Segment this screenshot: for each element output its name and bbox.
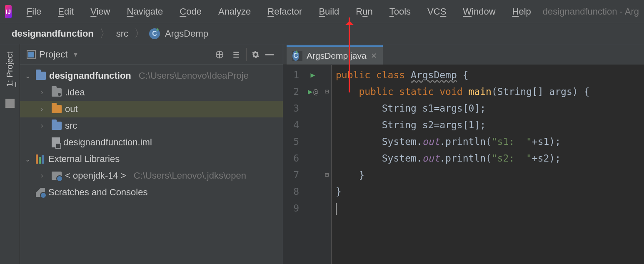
tree-out[interactable]: › out (20, 101, 283, 117)
menu-analyze[interactable]: Analyze (213, 4, 256, 20)
chevron-right-icon: › (41, 122, 48, 130)
structure-tool-icon[interactable] (5, 99, 15, 108)
svg-rect-4 (233, 54, 239, 55)
source-folder-icon (52, 122, 62, 130)
menu-code[interactable]: Code (175, 4, 207, 20)
close-tab-icon[interactable]: ✕ (371, 51, 377, 60)
class-icon: C (292, 51, 299, 61)
svg-rect-6 (265, 54, 274, 55)
app-logo-icon: IJ (5, 5, 12, 18)
scratches-icon (36, 188, 45, 197)
libraries-icon (36, 154, 45, 164)
breadcrumb-class[interactable]: ArgsDemp (163, 28, 210, 39)
editor-tab-bar: C ArgsDemp.java ✕ (283, 44, 644, 65)
chevron-right-icon: › (41, 172, 48, 179)
hide-panel-icon[interactable] (263, 48, 276, 61)
window-title: designandfunction - Arg (543, 6, 639, 17)
project-panel: Project ▼ ⌄ designandfunction C:\Us (20, 44, 283, 264)
tree-external-libraries[interactable]: ⌄ External Libraries (20, 151, 283, 167)
menu-bar: IJ FileEditViewNavigateCodeAnalyzeRefact… (0, 0, 644, 23)
project-icon (27, 50, 36, 59)
menu-file[interactable]: File (22, 4, 46, 20)
class-icon: C (149, 28, 160, 39)
chevron-right-icon: › (41, 105, 48, 113)
breadcrumb-src[interactable]: src (115, 28, 130, 39)
chevron-down-icon: ▼ (72, 51, 78, 58)
excluded-folder-icon (52, 105, 62, 113)
tree-scratches[interactable]: Scratches and Consoles (20, 184, 283, 201)
expand-all-icon[interactable] (230, 48, 243, 61)
editor-area: C ArgsDemp.java ✕ 123456789 ▶▶@ ⊟⊟ publi… (283, 44, 644, 264)
project-tool-tab[interactable]: 1: Project (5, 52, 15, 87)
breadcrumb: designandfunction 〉 src 〉 C ArgsDemp (0, 23, 644, 44)
menu-tools[interactable]: Tools (384, 4, 416, 20)
menu-vcs[interactable]: VCS (422, 4, 451, 20)
module-folder-icon (36, 72, 46, 80)
jdk-icon (52, 172, 62, 180)
menu-navigate[interactable]: Navigate (122, 4, 168, 20)
left-tool-strip: 1: Project (0, 44, 20, 264)
chevron-right-icon: › (41, 89, 48, 96)
line-number-gutter: 123456789 (283, 65, 303, 264)
run-gutter: ▶▶@ (303, 65, 322, 264)
chevron-down-icon: ⌄ (25, 155, 32, 163)
menu-window[interactable]: Window (458, 4, 500, 20)
select-opened-file-icon[interactable] (213, 48, 226, 61)
svg-rect-3 (233, 52, 239, 53)
menu-refactor[interactable]: Refactor (262, 4, 307, 20)
menu-edit[interactable]: Edit (53, 4, 79, 20)
folder-icon (52, 88, 62, 97)
tree-src[interactable]: › src (20, 117, 283, 134)
tree-root[interactable]: ⌄ designandfunction C:\Users\Lenovo\Idea… (20, 67, 283, 84)
fold-gutter: ⊟⊟ (322, 65, 332, 264)
tree-idea[interactable]: › .idea (20, 84, 283, 101)
code-editor[interactable]: 123456789 ▶▶@ ⊟⊟ public class ArgsDemp {… (283, 65, 644, 264)
iml-file-icon (52, 137, 60, 147)
tab-filename: ArgsDemp.java (307, 51, 367, 61)
breadcrumb-sep-icon: 〉 (130, 26, 149, 41)
settings-icon[interactable] (246, 48, 260, 61)
tree-openjdk[interactable]: › < openjdk-14 > C:\Users\Lenovo\.jdks\o… (20, 167, 283, 184)
tree-iml[interactable]: designandfunction.iml (20, 134, 283, 151)
svg-rect-5 (233, 57, 239, 58)
breadcrumb-sep-icon: 〉 (95, 26, 115, 41)
chevron-down-icon: ⌄ (25, 72, 32, 80)
breadcrumb-root[interactable]: designandfunction (10, 28, 95, 39)
menu-view[interactable]: View (85, 4, 115, 20)
menu-run[interactable]: Run (351, 4, 377, 20)
menu-help[interactable]: Help (507, 4, 536, 20)
code-content[interactable]: public class ArgsDemp { public static vo… (332, 65, 644, 264)
project-tree: ⌄ designandfunction C:\Users\Lenovo\Idea… (20, 65, 283, 203)
editor-tab[interactable]: C ArgsDemp.java ✕ (287, 45, 383, 65)
menu-build[interactable]: Build (314, 4, 344, 20)
project-panel-header: Project ▼ (20, 44, 283, 65)
project-view-selector[interactable]: Project ▼ (27, 49, 78, 60)
